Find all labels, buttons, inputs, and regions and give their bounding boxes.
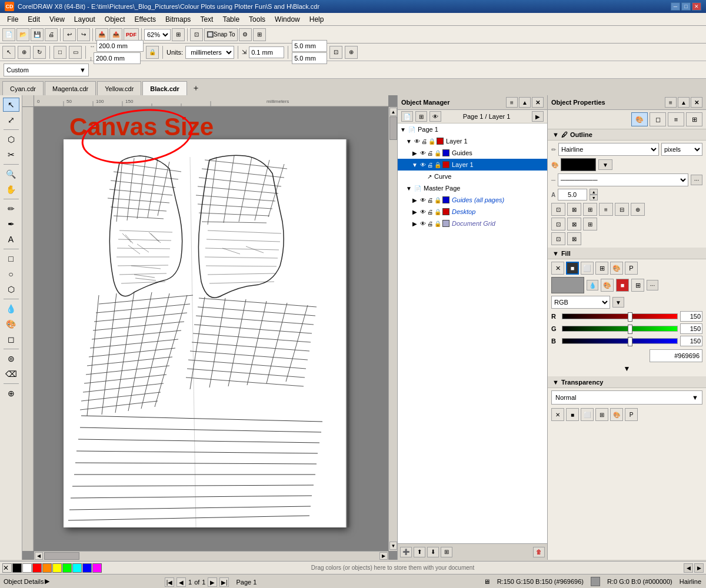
outline-collapse-arrow[interactable]: ▼ — [552, 131, 559, 138]
snap-toggle[interactable]: ⊡ — [190, 28, 203, 41]
corner-icon-3[interactable]: ⊞ — [583, 203, 597, 216]
props-expand-btn[interactable]: ▲ — [678, 97, 690, 108]
g-slider-thumb[interactable] — [628, 325, 632, 334]
export-button[interactable]: 📤 — [109, 28, 122, 41]
fill-pattern-icon[interactable]: ⊞ — [595, 262, 608, 275]
color-swatch-cyan[interactable] — [72, 563, 82, 573]
end-icon-1[interactable]: ⊡ — [551, 232, 565, 245]
rotate-tool[interactable]: ↻ — [33, 46, 46, 59]
breadcrumb-arrow[interactable]: ▶ — [532, 111, 544, 122]
width-input[interactable] — [96, 40, 144, 52]
blend-tool[interactable]: ⊚ — [3, 352, 19, 366]
expand-icon-desk[interactable]: ▶ — [412, 209, 418, 215]
guides-print-icon[interactable]: 🖨 — [427, 150, 433, 156]
fill-eyedropper[interactable]: 💧 — [587, 280, 598, 290]
expand-icon-ga[interactable]: ▶ — [412, 197, 418, 203]
scroll-left-button[interactable]: ◀ — [35, 552, 43, 560]
window-controls[interactable]: ─ □ ✕ — [671, 2, 701, 11]
fill-more-btn[interactable]: ··· — [647, 280, 658, 290]
trans-ps-icon[interactable]: P — [625, 408, 638, 421]
tree-page1[interactable]: ▼ 📄 Page 1 — [398, 123, 547, 135]
node-tool[interactable]: ⬡ — [3, 132, 19, 146]
canvas-content[interactable]: Canvas Size — [34, 107, 388, 551]
view-icon[interactable]: 👁 — [429, 111, 441, 122]
fill-model-select[interactable]: RGB — [551, 296, 610, 309]
page-icon[interactable]: 📄 — [401, 111, 413, 122]
layer-icon[interactable]: ⊞ — [415, 111, 427, 122]
freehand-tool[interactable]: ⤢ — [3, 113, 19, 127]
pdf-button[interactable]: PDF — [124, 28, 139, 41]
outline-section-header[interactable]: ▼ 🖊 Outline — [548, 129, 706, 141]
align-icon-2[interactable]: ⊟ — [615, 203, 629, 216]
l1r-lock-icon[interactable]: 🔒 — [434, 162, 441, 168]
outline-tool[interactable]: ◻ — [3, 332, 19, 346]
outline-style-select[interactable]: Hairline — [558, 143, 659, 156]
select-transform[interactable]: ↖ — [2, 46, 15, 59]
options-button[interactable]: ⚙ — [239, 28, 252, 41]
delete-btn[interactable]: 🗑 — [533, 547, 545, 557]
zoom-combo[interactable]: 62% — [144, 29, 171, 41]
color-swatch-black[interactable] — [12, 563, 22, 573]
publish-button[interactable]: 🖨 — [45, 28, 58, 41]
props-expand-all[interactable]: ≡ — [668, 112, 684, 126]
color-swatch-white[interactable] — [22, 563, 32, 573]
import-button[interactable]: 📥 — [95, 28, 108, 41]
expand-icon-l1r[interactable]: ▼ — [412, 162, 418, 168]
menu-view[interactable]: View — [45, 14, 69, 25]
ga-print-icon[interactable]: 🖨 — [427, 197, 433, 203]
expand-icon-guides[interactable]: ▶ — [412, 150, 418, 156]
color-swatch-yellow[interactable] — [52, 563, 62, 573]
select-tool[interactable]: ↖ — [3, 98, 19, 112]
color-swatch-blue[interactable] — [82, 563, 92, 573]
ellipse-tool[interactable]: ○ — [3, 267, 19, 281]
tree-layer1-red[interactable]: ▼ 👁 🖨 🔒 Layer 1 — [398, 159, 547, 171]
guides-eye-icon[interactable]: 👁 — [420, 150, 426, 156]
align-icon-1[interactable]: ≡ — [599, 203, 613, 216]
g-value-input[interactable] — [680, 323, 702, 334]
transparency-collapse-arrow[interactable]: ▼ — [552, 379, 559, 386]
canvas-area[interactable]: 0 50 100 150 millimeters 0 — [22, 95, 397, 560]
dg-eye-icon[interactable]: 👁 — [420, 220, 426, 227]
minimize-button[interactable]: ─ — [671, 2, 680, 11]
join-icon-2[interactable]: ⊠ — [567, 218, 581, 230]
hex-input[interactable] — [650, 349, 702, 362]
curve-tool[interactable]: ✏ — [3, 202, 19, 216]
trans-solid-icon[interactable]: ■ — [566, 408, 579, 421]
crop-tool[interactable]: ✂ — [3, 148, 19, 162]
snap-to[interactable]: 🔲 Snap To — [204, 28, 238, 41]
panel-options-btn[interactable]: ≡ — [506, 97, 518, 108]
color-swatch-magenta[interactable] — [92, 563, 102, 573]
menu-effects[interactable]: Effects — [130, 14, 161, 25]
tree-layer1-p1[interactable]: ▼ 👁 🖨 🔒 Layer 1 — [398, 135, 547, 147]
expand-icon-dg[interactable]: ▶ — [412, 220, 418, 227]
trans-none-icon[interactable]: ✕ — [551, 408, 564, 421]
dg-lock-icon[interactable]: 🔒 — [434, 220, 441, 227]
expand-icon-master[interactable]: ▼ — [406, 185, 412, 192]
props-tab-fill[interactable]: 🎨 — [631, 112, 648, 126]
scroll-up-button[interactable]: ▲ — [389, 108, 397, 116]
b-slider[interactable] — [562, 338, 678, 344]
expand-icon-l1[interactable]: ▼ — [406, 138, 412, 145]
tree-docgrid[interactable]: ▶ 👁 🖨 🔒 Document Grid — [398, 218, 547, 229]
fill-color-swatch[interactable] — [551, 277, 584, 293]
outline-more-btn[interactable]: ··· — [691, 175, 702, 185]
tree-master[interactable]: ▼ 📄 Master Page — [398, 182, 547, 194]
outline-width-up[interactable]: ▲ — [590, 189, 598, 195]
next-page-btn[interactable]: ▶ — [208, 577, 217, 587]
tab-black[interactable]: Black.cdr — [142, 81, 187, 95]
scroll-down-button[interactable]: ▼ — [389, 542, 397, 550]
r-value-input[interactable] — [680, 311, 702, 322]
props-tab-outline[interactable]: ◻ — [650, 112, 666, 126]
fill-model-arrow[interactable]: ▼ — [612, 297, 624, 308]
corner-icon-2[interactable]: ⊠ — [567, 203, 581, 216]
menu-edit[interactable]: Edit — [23, 14, 45, 25]
undo-button[interactable]: ↩ — [63, 28, 76, 41]
fill-palette-icon[interactable]: ■ — [616, 279, 629, 292]
redo-button[interactable]: ↪ — [77, 28, 90, 41]
props-options[interactable]: ⊞ — [686, 112, 702, 126]
style-combo[interactable]: Custom ▼ — [4, 64, 89, 76]
move-up-btn[interactable]: ⬆ — [414, 547, 425, 557]
units-select[interactable]: millimeters — [185, 46, 234, 59]
ga-eye-icon[interactable]: 👁 — [420, 197, 426, 203]
fill-texture-icon[interactable]: 🎨 — [610, 262, 623, 275]
